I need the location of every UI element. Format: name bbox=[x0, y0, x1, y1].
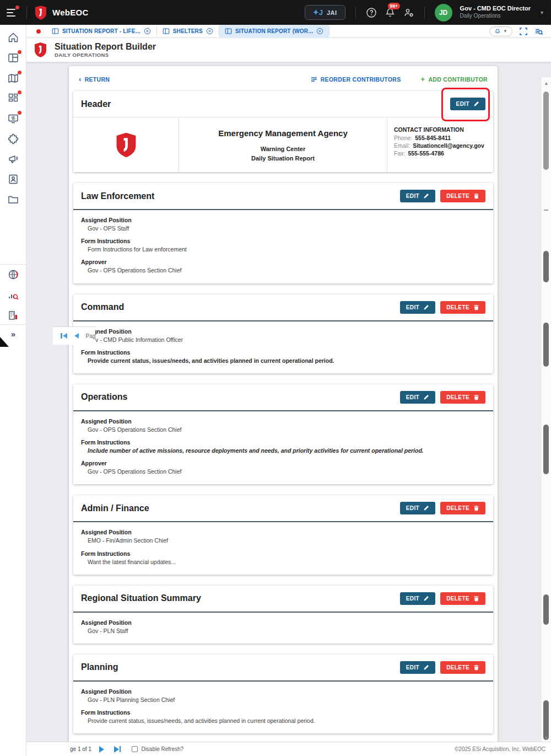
delete-button[interactable]: DELETE bbox=[440, 592, 485, 605]
next-page-icon[interactable] bbox=[99, 746, 104, 753]
sidebar-contacts-icon[interactable] bbox=[7, 173, 19, 185]
edit-button[interactable]: EDIT bbox=[400, 502, 435, 514]
last-page-icon[interactable] bbox=[114, 746, 121, 753]
sidebar-data-search-icon[interactable] bbox=[7, 289, 19, 302]
form-instructions-value: Want the latest financial updates... bbox=[81, 558, 485, 566]
trash-icon bbox=[473, 394, 479, 400]
user-role: Daily Operations bbox=[460, 13, 531, 20]
notifications-bell-icon[interactable]: 99+ bbox=[385, 7, 396, 18]
sidebar-maps-icon[interactable] bbox=[7, 72, 19, 84]
agency-name: Emergency Management Agency bbox=[186, 128, 380, 138]
scrollbar-thumb[interactable] bbox=[543, 92, 549, 170]
disable-refresh-checkbox[interactable] bbox=[132, 746, 138, 752]
tab-shelters[interactable]: SHELTERS bbox=[157, 25, 219, 37]
corner-wedge bbox=[0, 337, 9, 347]
report-header-preview: Emergency Management Agency Warning Cent… bbox=[73, 117, 493, 172]
sidebar-dashboard-icon[interactable] bbox=[7, 92, 19, 104]
help-icon[interactable] bbox=[366, 7, 377, 18]
edit-button[interactable]: EDIT bbox=[400, 592, 435, 605]
plus-icon: + bbox=[421, 75, 425, 83]
trash-icon bbox=[473, 664, 479, 671]
agency-logo-icon bbox=[116, 132, 137, 158]
board-logo-icon bbox=[34, 42, 47, 57]
scrollbar-thumb[interactable] bbox=[543, 251, 549, 282]
edit-header-button[interactable]: EDIT bbox=[450, 98, 485, 110]
close-tab-icon[interactable] bbox=[316, 28, 323, 35]
user-name: Gov - CMD EOC Director bbox=[460, 5, 531, 13]
warning-center-line: Warning Center bbox=[186, 146, 380, 152]
edit-button[interactable]: EDIT bbox=[400, 190, 435, 202]
user-settings-icon[interactable] bbox=[403, 7, 414, 18]
report-builder-panel: ‹RETURN REORDER CONTRIBUTORS +ADD CONTRI… bbox=[69, 66, 498, 742]
board-icon bbox=[225, 28, 232, 35]
assigned-position-value: EMO - Fin/Admin Section Chief bbox=[81, 537, 485, 544]
sidebar-announcements-icon[interactable] bbox=[7, 153, 19, 165]
assigned-position-value: Gov - OPS Staff bbox=[81, 224, 485, 232]
divider bbox=[355, 7, 356, 19]
fullscreen-icon[interactable] bbox=[519, 27, 528, 36]
pencil-icon bbox=[423, 304, 429, 310]
menu-notification-dot bbox=[15, 6, 19, 9]
return-link[interactable]: ‹RETURN bbox=[79, 75, 110, 83]
sidebar-organization-icon[interactable] bbox=[7, 309, 19, 321]
sidebar-display-sync-icon[interactable] bbox=[7, 112, 19, 125]
contact-info-title: CONTACT INFORMATION bbox=[394, 126, 487, 133]
approver-value: Gov - OPS Operations Section Chief bbox=[81, 266, 485, 274]
trash-icon bbox=[473, 596, 479, 602]
panel-toolbar: ‹RETURN REORDER CONTRIBUTORS +ADD CONTRI… bbox=[73, 73, 493, 91]
tab-situation-report-working[interactable]: SITUATION REPORT (WOR... bbox=[219, 25, 329, 37]
scroll-up-icon[interactable]: ▲ bbox=[542, 81, 551, 86]
user-menu[interactable]: Gov - CMD EOC Director Daily Operations bbox=[460, 5, 531, 19]
tab-notifications-bell-icon[interactable]: ▼ bbox=[489, 26, 512, 36]
assigned-position-value: Gov - OPS Operations Section Chief bbox=[81, 426, 485, 433]
close-tab-icon[interactable] bbox=[206, 28, 213, 35]
pencil-icon bbox=[473, 101, 479, 107]
previous-page-icon[interactable] bbox=[74, 333, 79, 339]
board-icon bbox=[163, 28, 170, 35]
footer-bar: ge 1 of 1 Disable Refresh? ©2025 ESi Acq… bbox=[26, 742, 551, 756]
scrollbar-thumb[interactable] bbox=[543, 700, 549, 740]
search-records-icon[interactable] bbox=[534, 27, 543, 36]
tab-situation-report-life[interactable]: SITUATION REPORT - LIFE... bbox=[46, 25, 156, 37]
section-title: Header bbox=[81, 99, 111, 109]
user-menu-caret-icon[interactable]: ▾ bbox=[541, 9, 543, 15]
first-page-icon[interactable] bbox=[61, 333, 67, 339]
delete-button[interactable]: DELETE bbox=[440, 661, 485, 674]
assigned-position-value: Gov - PLN Staff bbox=[81, 627, 485, 635]
close-tab-icon[interactable] bbox=[144, 28, 151, 35]
phone-value: 555-845-8411 bbox=[415, 135, 451, 141]
sidebar-boards-icon[interactable] bbox=[7, 52, 19, 64]
reorder-contributors-link[interactable]: REORDER CONTRIBUTORS bbox=[311, 76, 401, 83]
section-law-enforcement: Law Enforcement EDIT DELETE Assigned Pos… bbox=[73, 183, 493, 283]
delete-button[interactable]: DELETE bbox=[440, 391, 485, 404]
scrollbar-thumb[interactable] bbox=[543, 425, 549, 474]
edit-button[interactable]: EDIT bbox=[400, 301, 435, 314]
unread-indicator-dot bbox=[36, 29, 41, 34]
jai-button[interactable]: ✦J JAI bbox=[305, 5, 345, 20]
scroll-down-icon[interactable]: ▼ bbox=[542, 735, 551, 741]
sidebar-geo-globe-icon[interactable] bbox=[7, 269, 19, 281]
scrollbar-thumb[interactable] bbox=[543, 323, 549, 367]
trash-icon bbox=[473, 193, 479, 199]
scrollbar-thumb[interactable] bbox=[543, 594, 549, 625]
edit-button[interactable]: EDIT bbox=[400, 661, 435, 674]
edit-button[interactable]: EDIT bbox=[400, 391, 435, 404]
sidebar-files-icon[interactable] bbox=[7, 194, 19, 206]
form-instructions-value: Provide current status, issues/needs, an… bbox=[81, 717, 485, 725]
page-label-clipped: Pag bbox=[86, 333, 96, 339]
tab-separator bbox=[329, 27, 329, 35]
sidebar-home-icon[interactable] bbox=[7, 31, 19, 44]
main-menu-icon[interactable] bbox=[7, 7, 19, 19]
form-instructions-value: Provide current status, issues/needs, an… bbox=[81, 357, 485, 364]
sidebar: » bbox=[0, 25, 26, 756]
delete-button[interactable]: DELETE bbox=[440, 502, 485, 514]
delete-button[interactable]: DELETE bbox=[440, 190, 485, 202]
section-admin-finance: Admin / Finance EDIT DELETE Assigned Pos… bbox=[73, 495, 493, 574]
add-contributor-link[interactable]: +ADD CONTRIBUTOR bbox=[421, 75, 488, 83]
sidebar-plugins-icon[interactable] bbox=[7, 133, 19, 145]
section-title: Admin / Finance bbox=[81, 503, 149, 513]
section-title: Law Enforcement bbox=[81, 191, 154, 201]
delete-button[interactable]: DELETE bbox=[440, 301, 485, 314]
user-avatar[interactable]: JD bbox=[435, 4, 452, 22]
fax-value: 555-555-4786 bbox=[408, 150, 444, 157]
